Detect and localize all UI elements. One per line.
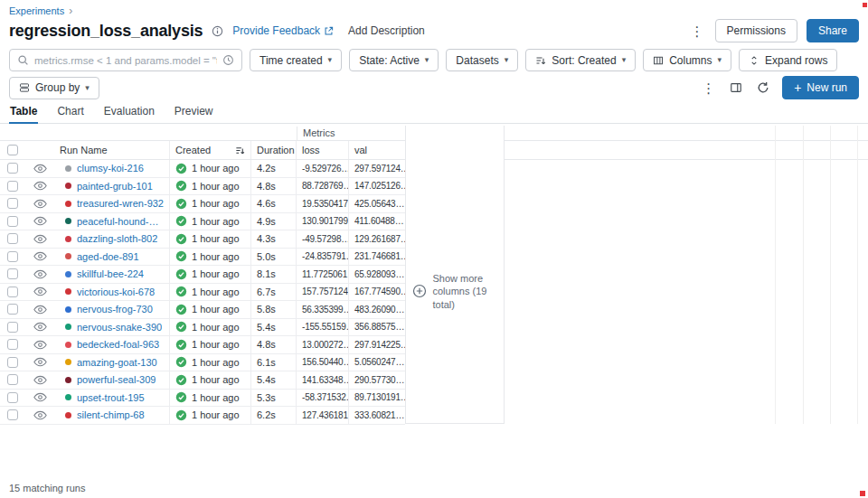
table-toolbar: Group by ▾ ⋮ + New run [0, 76, 868, 99]
row-visibility-cell [25, 371, 54, 389]
info-icon[interactable] [210, 23, 225, 39]
header-run-name[interactable]: Run Name [54, 141, 170, 159]
expand-rows-icon [749, 55, 760, 66]
run-created-text: 1 hour ago [192, 216, 240, 227]
refresh-icon[interactable] [755, 80, 771, 96]
run-name-link[interactable]: dazzling-sloth-802 [77, 233, 157, 244]
search-history-clock-icon[interactable] [222, 54, 234, 66]
run-name-link[interactable]: painted-grub-101 [77, 181, 153, 192]
tab-table[interactable]: Table [9, 103, 38, 124]
search-input[interactable] [34, 55, 217, 66]
row-checkbox-cell [0, 319, 25, 336]
header-val[interactable]: val [349, 141, 405, 159]
metric-loss-value: -24.835791… [302, 251, 349, 261]
metric-val-value: 89.7130191… [354, 392, 405, 402]
row-checkbox[interactable] [7, 339, 18, 350]
row-checkbox[interactable] [7, 181, 18, 192]
sort-indicator-icon[interactable] [235, 146, 245, 155]
row-checkbox[interactable] [7, 268, 18, 279]
row-checkbox[interactable] [7, 163, 18, 174]
tab-chart[interactable]: Chart [56, 103, 84, 124]
run-name-link[interactable]: nervous-frog-730 [77, 304, 153, 315]
eye-icon[interactable] [33, 392, 47, 402]
run-name-link[interactable]: treasured-wren-932 [77, 198, 164, 209]
run-name-link[interactable]: victorious-koi-678 [77, 287, 155, 297]
select-all-checkbox[interactable] [7, 145, 18, 155]
row-checkbox[interactable] [7, 287, 18, 297]
table-overflow-menu-icon[interactable]: ⋮ [700, 80, 717, 97]
row-checkbox[interactable] [7, 251, 18, 262]
expand-rows-label: Expand rows [765, 54, 827, 67]
time-created-dropdown[interactable]: Time created ▾ [250, 49, 342, 71]
eye-icon[interactable] [33, 216, 47, 226]
run-name-link[interactable]: peaceful-hound-944 [77, 216, 164, 227]
run-name-link[interactable]: upset-trout-195 [77, 392, 145, 403]
row-checkbox[interactable] [7, 304, 18, 315]
metric-loss-value: 88.728769… [302, 181, 349, 191]
page-overflow-menu-icon[interactable]: ⋮ [689, 23, 706, 40]
sort-dropdown[interactable]: Sort: Created ▾ [525, 49, 636, 71]
run-name-link[interactable]: skillful-bee-224 [77, 268, 144, 279]
header-loss[interactable]: loss [297, 141, 349, 159]
metric-loss-value: 130.901799… [302, 216, 349, 226]
run-duration-cell: 4.9s [251, 213, 297, 230]
breadcrumb-experiments-link[interactable]: Experiments [9, 5, 64, 16]
run-name-link[interactable]: nervous-snake-390 [77, 322, 162, 333]
header-created[interactable]: Created [170, 141, 251, 159]
header-duration[interactable]: Duration [251, 141, 297, 159]
run-duration: 4.2s [257, 163, 276, 174]
eye-icon[interactable] [33, 375, 47, 385]
eye-icon[interactable] [33, 340, 47, 350]
tab-evaluation[interactable]: Evaluation [103, 103, 156, 124]
tab-preview[interactable]: Preview [174, 103, 214, 124]
row-visibility-cell [25, 249, 54, 266]
row-checkbox[interactable] [7, 198, 18, 209]
state-dropdown[interactable]: State: Active ▾ [349, 49, 439, 71]
run-dot [65, 201, 71, 207]
side-panel-toggle-icon[interactable] [728, 80, 744, 96]
provide-feedback-link[interactable]: Provide Feedback [232, 24, 334, 37]
metric-val-value: 129.261687… [354, 234, 405, 244]
eye-icon[interactable] [33, 305, 47, 315]
table-row: painted-grub-101 1 hour ago 4.8s 88.7287… [0, 178, 405, 196]
row-checkbox[interactable] [7, 374, 18, 385]
columns-dropdown[interactable]: Columns ▾ [643, 49, 731, 71]
run-created-text: 1 hour ago [192, 163, 240, 174]
eye-icon[interactable] [33, 287, 47, 296]
eye-icon[interactable] [33, 410, 47, 420]
row-checkbox[interactable] [7, 322, 18, 333]
eye-icon[interactable] [33, 199, 47, 209]
expand-rows-button[interactable]: Expand rows [739, 49, 837, 71]
metric-val-value: 333.60821… [354, 410, 404, 420]
share-button[interactable]: Share [807, 19, 859, 42]
run-name-link[interactable]: silent-chimp-68 [77, 409, 145, 420]
datasets-dropdown[interactable]: Datasets ▾ [446, 49, 518, 71]
eye-icon[interactable] [33, 234, 47, 244]
row-checkbox[interactable] [7, 409, 18, 420]
new-run-button[interactable]: + New run [782, 76, 859, 99]
run-dot [65, 271, 71, 277]
row-checkbox[interactable] [7, 233, 18, 244]
run-duration-cell: 4.3s [251, 230, 297, 248]
eye-icon[interactable] [33, 251, 47, 261]
row-checkbox[interactable] [7, 357, 18, 368]
table-row: aged-doe-891 1 hour ago 5.0s -24.835791…… [0, 249, 405, 267]
run-name-link[interactable]: bedecked-foal-963 [77, 339, 159, 350]
eye-icon[interactable] [33, 181, 47, 191]
eye-icon[interactable] [33, 357, 47, 367]
run-name-link[interactable]: amazing-goat-130 [77, 357, 157, 368]
group-by-dropdown[interactable]: Group by ▾ [9, 77, 99, 99]
row-checkbox[interactable] [7, 216, 18, 227]
eye-icon[interactable] [33, 269, 47, 279]
show-more-columns-button[interactable]: Show more columns (19 total) [412, 272, 498, 311]
row-checkbox[interactable] [7, 392, 18, 403]
run-name-link[interactable]: clumsy-koi-216 [77, 163, 144, 174]
run-name-link[interactable]: powerful-seal-309 [77, 374, 156, 385]
run-name-link[interactable]: aged-doe-891 [77, 251, 139, 262]
add-description-link[interactable]: Add Description [348, 24, 425, 37]
eye-icon[interactable] [33, 164, 47, 174]
permissions-button[interactable]: Permissions [715, 19, 797, 42]
empty-column-divider [803, 126, 804, 424]
run-created-text: 1 hour ago [192, 268, 240, 279]
eye-icon[interactable] [33, 322, 47, 332]
